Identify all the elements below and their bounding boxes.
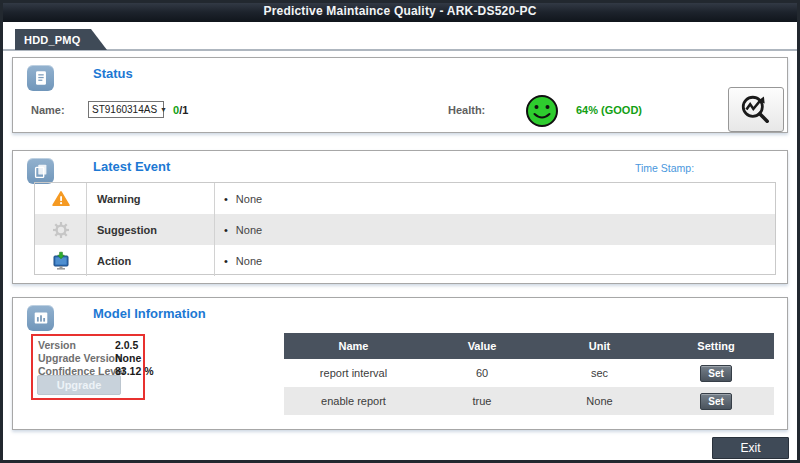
health-smiley-icon <box>525 94 559 128</box>
set-report-interval-button[interactable]: Set <box>700 365 732 382</box>
table-row-enable-report: enable report true None Set <box>284 387 774 415</box>
upgrade-version-value: None <box>115 352 141 365</box>
suggestion-gear-icon <box>35 214 87 245</box>
bar-chart-icon <box>27 305 54 331</box>
column-header-name: Name <box>284 333 423 359</box>
cell-value: true <box>423 387 541 415</box>
health-value: 64% (GOOD) <box>576 104 642 116</box>
tab-strip-line <box>3 49 797 51</box>
event-value-text: None <box>236 224 262 236</box>
model-information-section: Model Information Version 2.0.5 Upgrade … <box>12 297 788 430</box>
tab-hdd-pmq[interactable]: HDD_PMQ <box>15 29 107 50</box>
version-value: 2.0.5 <box>115 339 138 352</box>
column-header-unit: Unit <box>541 333 658 359</box>
set-enable-report-button[interactable]: Set <box>700 393 732 410</box>
analysis-button[interactable] <box>728 87 784 132</box>
latest-event-section: Latest Event Time Stamp: Warning • None <box>12 150 788 284</box>
cell-unit: None <box>541 387 658 415</box>
name-select-value: ST9160314AS <box>92 104 157 115</box>
action-monitor-icon <box>35 245 87 276</box>
cell-name: report interval <box>284 359 423 387</box>
bullet-icon: • <box>224 193 228 205</box>
event-value: • None <box>215 193 775 205</box>
column-header-setting: Setting <box>658 333 774 359</box>
name-label: Name: <box>31 104 65 116</box>
settings-table-header: Name Value Unit Setting <box>284 333 774 359</box>
upgrade-button[interactable]: Upgrade <box>37 375 121 395</box>
version-label: Version <box>38 339 115 352</box>
event-label: Action <box>87 245 215 276</box>
upgrade-version-label: Upgrade Version <box>38 352 115 365</box>
health-label: Health: <box>448 104 485 116</box>
status-title: Status <box>93 66 133 81</box>
event-row-suggestion: Suggestion • None <box>35 214 775 245</box>
event-value: • None <box>215 224 775 236</box>
cell-name: enable report <box>284 387 423 415</box>
upgrade-version-row: Upgrade Version None <box>38 352 139 365</box>
status-section: Status Name: ST9160314AS ▼ 0/1 Health: 6… <box>12 57 788 133</box>
event-table: Warning • None <box>34 182 776 275</box>
settings-table: Name Value Unit Setting report interval … <box>284 333 774 415</box>
event-value: • None <box>215 255 775 267</box>
exit-button[interactable]: Exit <box>712 437 789 459</box>
event-label: Warning <box>87 183 215 214</box>
event-value-text: None <box>236 193 262 205</box>
device-count: 0/1 <box>173 104 188 116</box>
table-row-report-interval: report interval 60 sec Set <box>284 359 774 387</box>
chevron-down-icon: ▼ <box>160 106 167 113</box>
title-bar: Predictive Maintaince Quality - ARK-DS52… <box>0 0 800 22</box>
event-row-warning: Warning • None <box>35 183 775 214</box>
latest-event-title: Latest Event <box>93 159 170 174</box>
trend-magnifier-icon <box>739 93 773 127</box>
warning-icon <box>35 183 87 214</box>
event-label: Suggestion <box>87 214 215 245</box>
event-row-action: Action • None <box>35 245 775 276</box>
copy-icon <box>27 158 54 184</box>
app-window: Predictive Maintaince Quality - ARK-DS52… <box>0 0 800 463</box>
model-information-title: Model Information <box>93 306 206 321</box>
event-value-text: None <box>236 255 262 267</box>
name-select[interactable]: ST9160314AS ▼ <box>88 101 164 118</box>
column-header-value: Value <box>423 333 541 359</box>
cell-setting: Set <box>658 359 774 387</box>
cell-value: 60 <box>423 359 541 387</box>
cell-unit: sec <box>541 359 658 387</box>
bullet-icon: • <box>224 224 228 236</box>
document-icon <box>27 65 54 91</box>
window-title: Predictive Maintaince Quality - ARK-DS52… <box>263 4 536 18</box>
version-row: Version 2.0.5 <box>38 339 139 352</box>
cell-setting: Set <box>658 387 774 415</box>
time-stamp-label: Time Stamp: <box>635 162 694 174</box>
device-count-total: /1 <box>179 104 188 116</box>
bullet-icon: • <box>224 255 228 267</box>
tab-label: HDD_PMQ <box>15 34 80 46</box>
